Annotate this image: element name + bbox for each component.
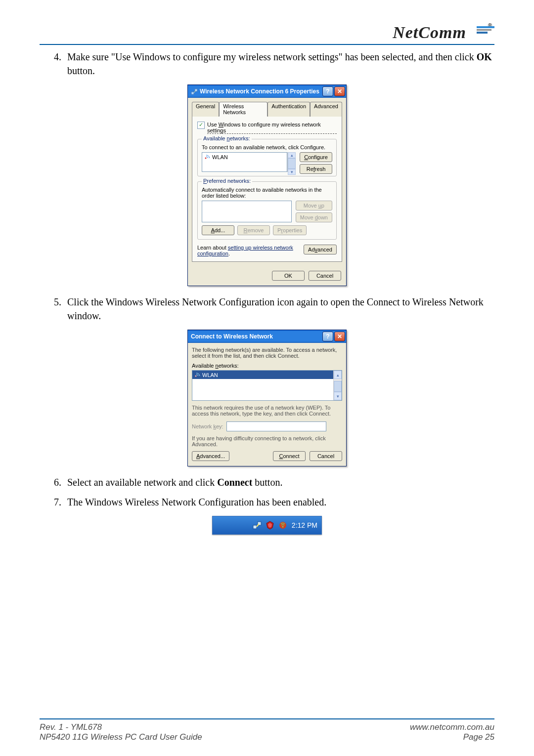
step-4: 4. Make sure "Use Windows to configure m…	[40, 50, 494, 78]
preferred-networks-list[interactable]	[202, 201, 292, 222]
network-name: WLAN	[202, 372, 218, 378]
svg-point-9	[282, 526, 283, 528]
titlebar: Connect to Wireless Network ? ✕	[188, 330, 346, 343]
learn-about-row: Learn about setting up wireless network …	[197, 245, 337, 256]
scroll-thumb[interactable]	[334, 381, 342, 392]
tab-general[interactable]: General	[192, 102, 219, 117]
svg-rect-5	[253, 525, 257, 529]
wireless-properties-dialog: Wireless Network Connection 6 Properties…	[187, 84, 347, 286]
networks-scrollbar[interactable]: ▴ ▾	[333, 371, 342, 400]
preferred-networks-legend: Preferred networks:	[202, 178, 252, 184]
network-item-wlan[interactable]: WLAN	[204, 154, 285, 161]
available-networks-group: Available networks: To connect to an ava…	[197, 139, 337, 176]
scroll-up-icon[interactable]: ▴	[288, 152, 296, 158]
available-label: Available networks:	[192, 363, 342, 369]
tab-bar: General Wireless Networks Authentication…	[192, 102, 342, 117]
close-button[interactable]: ✕	[334, 332, 345, 341]
step-text: The Windows Wireless Network Configurati…	[67, 495, 494, 509]
use-windows-checkbox[interactable]: ✓	[197, 122, 205, 129]
page-header: NetComm®	[40, 15, 494, 45]
network-key-input[interactable]	[226, 421, 326, 431]
add-button[interactable]: Add...	[202, 225, 234, 235]
available-networks-legend: Available networks:	[202, 135, 252, 141]
move-up-button[interactable]: Move up	[296, 201, 332, 210]
network-name: WLAN	[212, 154, 228, 160]
figure-connect-dialog: Connect to Wireless Network ? ✕ The foll…	[40, 330, 494, 466]
step-number: 7.	[40, 495, 67, 509]
preferred-desc: Automatically connect to available netwo…	[202, 187, 332, 199]
titlebar-text: Wireless Network Connection 6 Properties	[200, 88, 321, 95]
scroll-down-icon[interactable]: ▾	[288, 169, 296, 175]
help-button[interactable]: ?	[322, 332, 333, 341]
available-networks-list[interactable]: WLAN ▴ ▾	[192, 370, 342, 401]
wifi-icon	[204, 154, 210, 161]
registered-mark: ®	[488, 22, 492, 28]
trouble-text: If you are having difficulty connecting …	[192, 435, 342, 447]
move-down-button[interactable]: Move down	[296, 212, 332, 222]
svg-rect-0	[191, 92, 194, 94]
tab-wireless-networks[interactable]: Wireless Networks	[219, 102, 267, 117]
advanced-button[interactable]: Advanced	[304, 245, 337, 254]
network-item-wlan[interactable]: WLAN	[192, 371, 333, 379]
logo-text: NetComm	[393, 23, 466, 42]
svg-point-3	[205, 158, 207, 159]
wireless-config-icon[interactable]	[278, 520, 288, 530]
configure-button[interactable]: Configure	[300, 152, 332, 162]
titlebar: Wireless Network Connection 6 Properties…	[188, 85, 346, 98]
tab-advanced[interactable]: Advanced	[310, 102, 342, 117]
wep-text: This network requires the use of a netwo…	[192, 405, 342, 417]
close-button[interactable]: ✕	[334, 86, 345, 96]
wifi-icon	[194, 372, 200, 378]
step-5: 5. Click the Windows Wireless Network Co…	[40, 295, 494, 323]
cancel-button[interactable]: Cancel	[309, 271, 341, 281]
ok-button[interactable]: OK	[272, 271, 305, 281]
footer-right: www.netcomm.com.au Page 25	[410, 722, 494, 742]
step-7: 7. The Windows Wireless Network Configur…	[40, 495, 494, 509]
step-text: Select an available network and click Co…	[67, 475, 494, 489]
preferred-networks-group: Preferred networks: Automatically connec…	[197, 181, 337, 240]
network-icon	[191, 88, 198, 95]
instruction-list: 4. Make sure "Use Windows to configure m…	[40, 50, 494, 78]
step-number: 6.	[40, 475, 67, 489]
netcomm-logo: NetComm®	[393, 23, 494, 42]
scroll-down-icon[interactable]: ▾	[334, 392, 342, 400]
step-text: Make sure "Use Windows to configure my w…	[67, 50, 494, 78]
available-scrollbar[interactable]: ▴ ▾	[287, 152, 296, 172]
svg-point-4	[195, 375, 197, 377]
available-networks-list[interactable]: WLAN	[202, 152, 287, 172]
network-connection-icon[interactable]	[252, 520, 262, 530]
intro-text: The following network(s) are available. …	[192, 347, 342, 359]
antivirus-icon[interactable]	[265, 520, 275, 530]
network-key-label: Network key:	[192, 423, 223, 429]
step-number: 4.	[40, 50, 67, 78]
footer-left: Rev. 1 - YML678 NP5420 11G Wireless PC C…	[40, 722, 202, 742]
tab-authentication[interactable]: Authentication	[267, 102, 310, 117]
scroll-thumb[interactable]	[288, 158, 296, 169]
connect-to-wireless-dialog: Connect to Wireless Network ? ✕ The foll…	[187, 330, 347, 466]
help-button[interactable]: ?	[322, 86, 333, 96]
scroll-up-icon[interactable]: ▴	[334, 371, 342, 379]
step-number: 5.	[40, 295, 67, 323]
remove-button[interactable]: Remove	[237, 225, 270, 235]
page-footer: Rev. 1 - YML678 NP5420 11G Wireless PC C…	[40, 718, 494, 742]
titlebar-text: Connect to Wireless Network	[191, 333, 321, 340]
advanced-button[interactable]: Advanced...	[192, 451, 229, 461]
properties-button[interactable]: Properties	[273, 225, 307, 235]
refresh-button[interactable]: Refresh	[300, 164, 332, 174]
use-windows-label: Use Windows to configure my wireless net…	[207, 122, 337, 134]
clock: 2:12 PM	[292, 521, 317, 529]
cancel-button[interactable]: Cancel	[310, 451, 342, 461]
available-desc: To connect to an available network, clic…	[202, 144, 332, 150]
step-6: 6. Select an available network and click…	[40, 475, 494, 489]
tab-panel: ✓ Use Windows to configure my wireless n…	[192, 116, 342, 262]
figure-properties-dialog: Wireless Network Connection 6 Properties…	[40, 84, 494, 286]
connect-button[interactable]: Connect	[273, 451, 306, 461]
figure-system-tray: 2:12 PM	[40, 516, 494, 535]
system-tray: 2:12 PM	[212, 516, 322, 535]
step-text: Click the Windows Wireless Network Confi…	[67, 295, 494, 323]
